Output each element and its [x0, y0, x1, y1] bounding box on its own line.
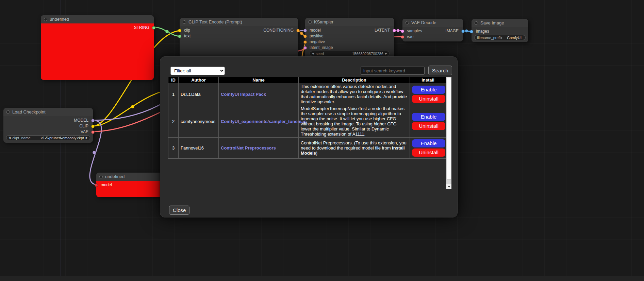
node-vae-decode[interactable]: VAE Decode samples vae IMAGE	[402, 19, 463, 41]
node-save-image[interactable]: Save Image images filename_prefix ComfyU…	[472, 19, 528, 42]
arrow-down-icon	[448, 186, 450, 188]
enable-button[interactable]: Enable	[412, 139, 445, 147]
decrement-arrow-icon[interactable]: ◀	[312, 51, 314, 56]
output-slot-string[interactable]: STRING	[41, 25, 154, 31]
ext-description: ModelSamplerTonemapNoiseTest a node that…	[299, 105, 410, 138]
images-input-dot[interactable]	[470, 30, 473, 33]
node-title-bar[interactable]: Save Image	[472, 19, 528, 27]
slot-label: STRING	[134, 25, 149, 30]
collapse-dot-icon[interactable]	[406, 21, 409, 24]
slot-label: IMAGE	[445, 29, 459, 33]
input-slot-text[interactable]: text	[180, 33, 298, 39]
collapse-dot-icon[interactable]	[475, 21, 478, 25]
input-slot-positive[interactable]: positive	[305, 33, 394, 39]
link-midpoint-dot	[93, 151, 96, 154]
output-slot-conditioning[interactable]: CONDITIONING	[180, 28, 298, 33]
collapse-dot-icon[interactable]	[183, 20, 186, 24]
slot-label: model	[101, 182, 112, 187]
collapse-dot-icon[interactable]	[308, 20, 312, 24]
enable-button[interactable]: Enable	[412, 86, 445, 94]
uninstall-button[interactable]: Uninstall	[412, 95, 445, 103]
image-output-dot[interactable]	[461, 30, 465, 33]
filter-select[interactable]: Filter: all	[170, 67, 225, 75]
node-title: VAE Decode	[411, 19, 436, 27]
slot-label: text	[184, 34, 191, 38]
positive-input-dot[interactable]	[303, 35, 307, 38]
node-title-bar[interactable]: CLIP Text Encode (Prompt)	[180, 18, 298, 26]
model-input-dot[interactable]	[95, 183, 98, 187]
header-name: Name	[219, 77, 299, 83]
collapse-dot-icon[interactable]	[44, 18, 47, 21]
ext-id: 3	[168, 138, 179, 159]
collapse-dot-icon[interactable]	[6, 110, 10, 114]
vae-input-dot[interactable]	[401, 35, 404, 39]
ext-link[interactable]: ComfyUI Impact Pack	[221, 92, 266, 97]
output-slot-clip[interactable]: CLIP	[3, 123, 93, 129]
header-author: Author	[179, 77, 219, 83]
node-title-bar[interactable]: undefined	[41, 15, 154, 23]
ckpt-name-widget[interactable]: ◀ ckpt_name v1-5-pruned-emaonly.ckpt ▶	[6, 135, 90, 140]
negative-input-dot[interactable]	[303, 40, 307, 44]
node-title-bar[interactable]: Load Checkpoint	[3, 108, 93, 116]
search-input[interactable]	[361, 67, 425, 75]
node-title: KSampler	[314, 18, 333, 26]
decrement-arrow-icon[interactable]: ◀	[9, 135, 11, 140]
collapse-dot-icon[interactable]	[99, 175, 103, 178]
widget-value: 156680208700286	[352, 52, 383, 56]
widget-value: ComfyUI	[507, 36, 522, 40]
extensions-table: ID Author Name Description Install 1 Dr.…	[168, 77, 446, 159]
slot-label: VAE	[81, 129, 88, 134]
clip-output-dot[interactable]	[91, 125, 95, 128]
ext-id: 1	[168, 83, 179, 105]
ext-author: comfyanonymous	[179, 105, 219, 138]
comfyui-canvas[interactable]: undefined STRING CLIP Text Encode (Promp…	[0, 0, 644, 281]
ext-link[interactable]: ComfyUI_experiments/sampler_tonemap	[221, 119, 307, 124]
node-title: Save Image	[480, 19, 504, 27]
custom-nodes-manager-dialog: Filter: all Search ID Author Name Descri…	[160, 56, 458, 217]
slot-label: LATENT	[375, 28, 390, 33]
node-title: undefined	[50, 15, 69, 23]
extension-row: 1 Dr.Lt.Data ComfyUI Impact Pack This ex…	[168, 83, 446, 105]
enable-button[interactable]: Enable	[412, 113, 445, 121]
output-slot-model[interactable]: MODEL	[3, 118, 93, 123]
close-button[interactable]: Close	[169, 206, 189, 215]
filename-prefix-widget[interactable]: filename_prefix ComfyUI	[474, 35, 526, 40]
seed-widget[interactable]: ◀ seed 156680208700286 ▶	[310, 51, 390, 56]
latent-output-dot[interactable]	[393, 29, 396, 32]
uninstall-button[interactable]: Uninstall	[412, 122, 445, 130]
latent-image-input-dot[interactable]	[303, 46, 307, 50]
uninstall-button[interactable]: Uninstall	[412, 148, 445, 157]
slot-label: CLIP	[79, 124, 88, 128]
search-button[interactable]: Search	[428, 66, 452, 75]
node-load-checkpoint[interactable]: Load Checkpoint MODEL CLIP VAE ◀ ckp	[3, 108, 93, 143]
output-slot-latent[interactable]: LATENT	[305, 28, 394, 33]
extension-row: 3 Fannovel16 ControlNet Preprocessors Co…	[168, 138, 446, 159]
vae-output-dot[interactable]	[91, 130, 95, 134]
slot-label: MODEL	[74, 118, 88, 123]
node-title: Load Checkpoint	[12, 108, 46, 116]
ext-link[interactable]: ControlNet Preprocessors	[221, 145, 276, 151]
link-midpoint-dot	[465, 30, 468, 33]
ext-author: Dr.Lt.Data	[179, 83, 219, 105]
model-output-dot[interactable]	[91, 119, 95, 122]
widget-label: seed	[316, 52, 324, 56]
input-slot-vae[interactable]: vae	[402, 34, 463, 40]
scrollbar-thumb[interactable]	[447, 77, 451, 180]
scrollbar-down-button[interactable]	[446, 184, 451, 189]
string-output-dot[interactable]	[152, 26, 155, 30]
node-title-bar[interactable]: VAE Decode	[402, 19, 463, 27]
input-slot-images[interactable]: images	[472, 29, 528, 34]
header-id: ID	[168, 77, 179, 83]
node-title-bar[interactable]: KSampler	[305, 18, 394, 26]
increment-arrow-icon[interactable]: ▶	[86, 135, 88, 140]
table-scrollbar[interactable]	[446, 77, 451, 189]
table-header-row: ID Author Name Description Install	[168, 77, 446, 83]
input-slot-negative[interactable]: negative	[305, 39, 394, 45]
text-input-dot[interactable]	[178, 35, 181, 38]
input-slot-latent-image[interactable]: latent_image	[305, 45, 394, 51]
node-undefined-top[interactable]: undefined STRING	[41, 15, 154, 80]
increment-arrow-icon[interactable]: ▶	[385, 51, 387, 56]
output-slot-image[interactable]: IMAGE	[402, 28, 463, 34]
conditioning-output-dot[interactable]	[296, 29, 300, 32]
output-slot-vae[interactable]: VAE	[3, 129, 93, 135]
